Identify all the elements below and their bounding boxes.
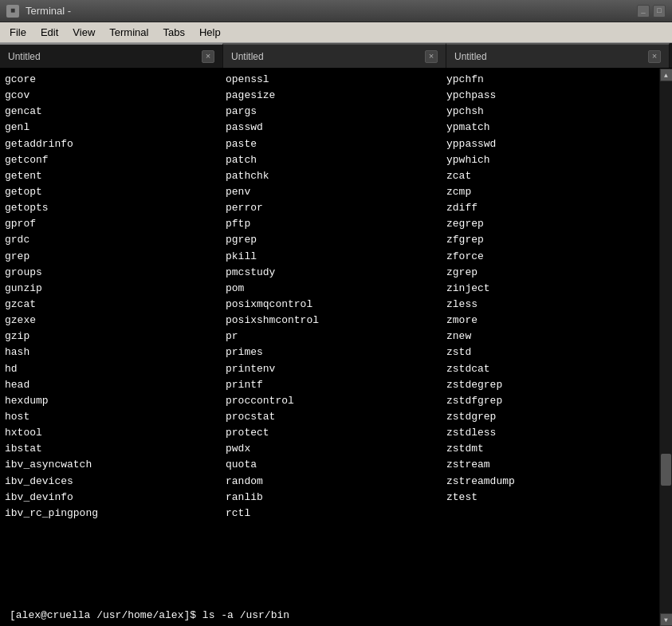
tab-label-1: Untitled [231,51,425,62]
list-item: getent [5,168,226,184]
tab-close-2[interactable]: × [648,50,661,63]
maximize-button[interactable]: □ [653,5,666,18]
list-item: ibv_rc_pingpong [5,506,226,522]
terminal-content: gcoregcovgencatgenlgetaddrinfogetconfget… [0,69,672,626]
list-item: pmcstudy [226,265,446,281]
list-item: zstdegrep [446,377,667,393]
list-item: gzcat [5,297,226,313]
list-item: hash [5,344,226,360]
list-item: zstdless [446,425,667,441]
list-item: gzip [5,329,226,344]
list-item: zegrep [446,216,667,232]
list-item: hd [5,361,226,377]
tab-0[interactable]: Untitled× [0,43,223,68]
list-item: zstdcat [446,361,667,377]
list-item: znew [446,329,667,344]
menu-item-view[interactable]: View [66,25,101,40]
terminal: gcoregcovgencatgenlgetaddrinfogetconfget… [0,69,672,626]
list-item: zstreamdump [446,474,667,490]
menu-item-help[interactable]: Help [193,25,227,40]
list-item: pftp [226,216,446,232]
list-item: protect [226,425,446,441]
list-item: pwdx [226,441,446,457]
list-item: zfgrep [446,232,667,248]
list-item: gunzip [5,281,226,297]
list-item: ypwhich [446,152,667,168]
list-item: ypmatch [446,120,667,136]
tab-close-1[interactable]: × [425,50,438,63]
tab-bar: Untitled×Untitled×Untitled× [0,43,672,69]
list-item: zstdgrep [446,409,667,425]
list-item: zmore [446,313,667,329]
list-item: gzexe [5,313,226,329]
list-item: zstd [446,344,667,360]
list-item: yppasswd [446,136,667,152]
list-item: getconf [5,152,226,168]
list-item: printf [226,377,446,393]
window-title: Terminal - [26,5,637,17]
menu-item-terminal[interactable]: Terminal [103,25,155,40]
terminal-column-col1: gcoregcovgencatgenlgetaddrinfogetconfget… [5,72,226,608]
list-item: ztest [446,490,667,506]
terminal-column-col3: ypchfnypchpassypchshypmatchyppasswdypwhi… [446,72,667,608]
list-item: zdiff [446,200,667,216]
list-item: zstdfgrep [446,393,667,409]
list-item: perror [226,200,446,216]
list-item: ranlib [226,490,446,506]
scroll-down-button[interactable]: ▼ [660,613,673,626]
list-item: proccontrol [226,393,446,409]
list-item: primes [226,344,446,360]
list-item: ypchpass [446,88,667,104]
list-item: ypchfn [446,72,667,88]
scroll-up-button[interactable]: ▲ [660,69,673,81]
tab-label-0: Untitled [8,51,202,62]
list-item: ibv_devinfo [5,490,226,506]
list-item: posixmqcontrol [226,297,446,313]
scroll-track[interactable] [660,81,672,613]
prompt-line: [alex@cruella /usr/home/alex]$ ls -a /us… [5,608,667,623]
list-item: hexdump [5,393,226,409]
list-item: pathchk [226,168,446,184]
list-item: grdc [5,232,226,248]
list-item: zinject [446,281,667,297]
list-item: pgrep [226,232,446,248]
list-item: getopts [5,200,226,216]
list-item: paste [226,136,446,152]
tab-close-0[interactable]: × [202,50,214,63]
tab-1[interactable]: Untitled× [223,43,446,68]
menu-item-file[interactable]: File [3,25,33,40]
columns-area: gcoregcovgencatgenlgetaddrinfogetconfget… [5,72,667,608]
list-item: pagesize [226,88,446,104]
menu-item-edit[interactable]: Edit [34,25,65,40]
list-item: pargs [226,104,446,120]
list-item: ibv_asyncwatch [5,457,226,473]
list-item: genl [5,120,226,136]
list-item: getaddrinfo [5,136,226,152]
list-item: pom [226,281,446,297]
list-item: zless [446,297,667,313]
window-controls: _ □ [637,5,666,18]
list-item: gencat [5,104,226,120]
minimize-button[interactable]: _ [637,5,650,18]
list-item: host [5,409,226,425]
tab-2[interactable]: Untitled× [446,43,670,68]
tab-label-2: Untitled [454,51,648,62]
list-item: getopt [5,184,226,200]
list-item: patch [226,152,446,168]
list-item: hxtool [5,425,226,441]
list-item: pkill [226,249,446,265]
list-item: gcov [5,88,226,104]
list-item: ibstat [5,441,226,457]
list-item: procstat [226,409,446,425]
list-item: zstream [446,457,667,473]
list-item: penv [226,184,446,200]
list-item: gcore [5,72,226,88]
menu-item-tabs[interactable]: Tabs [156,25,191,40]
list-item: grep [5,249,226,265]
list-item: gprof [5,216,226,232]
scrollbar[interactable]: ▲ ▼ [659,69,672,626]
list-item: printenv [226,361,446,377]
terminal-column-col2: opensslpagesizepargspasswdpastepatchpath… [226,72,446,608]
list-item: random [226,474,446,490]
scroll-thumb[interactable] [661,454,671,486]
